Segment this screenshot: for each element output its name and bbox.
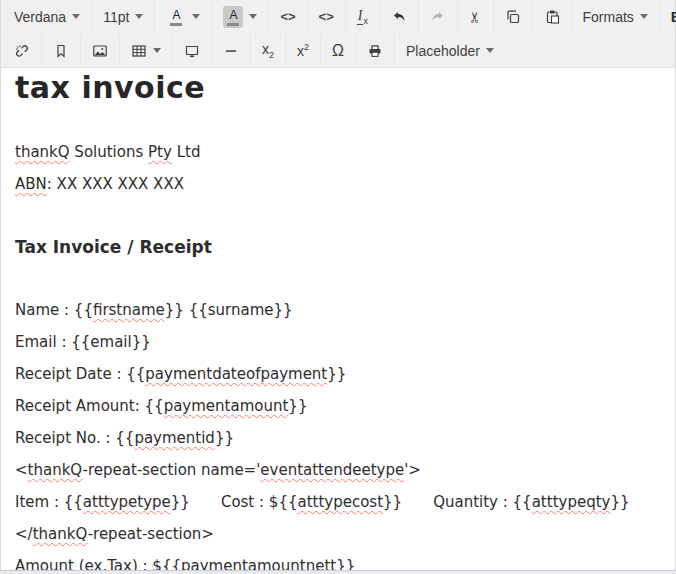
cut-icon: ✂ (466, 10, 484, 23)
chevron-down-icon (640, 14, 648, 19)
text-segment: eventattendeetype (260, 461, 404, 479)
preview-monitor-icon (184, 43, 200, 59)
preview-button[interactable] (172, 34, 211, 67)
background-color-button[interactable]: A (211, 0, 268, 33)
table-icon (131, 43, 147, 59)
print-button[interactable] (355, 34, 394, 67)
clear-formatting-icon: Ix (357, 7, 368, 26)
placeholder-token: paymentdateofpayment (145, 365, 327, 383)
superscript-icon: x2 (297, 42, 309, 59)
text-segment: }} (288, 397, 307, 415)
copy-icon (505, 9, 521, 25)
text-segment: }} (215, 429, 234, 447)
text-segment: Name : {{ (15, 301, 93, 319)
receipt-no-line[interactable]: Receipt No. : {{paymentid}} (15, 429, 661, 447)
repeat-section-close-line[interactable]: </thankQ-repeat-section> (15, 525, 661, 543)
abn-line[interactable]: ABN: XX XXX XXX XXX (15, 175, 661, 193)
insert-image-button[interactable] (80, 34, 119, 67)
undo-button[interactable] (379, 0, 418, 33)
text-segment: Ltd (172, 143, 201, 161)
text-segment: thankQ (28, 461, 83, 479)
placeholder-token: atttypecost (297, 493, 383, 511)
font-size-select[interactable]: 11pt (91, 0, 154, 33)
document-title[interactable]: tax invoice (15, 72, 661, 103)
text-segment: Cost : ${{ (221, 493, 298, 511)
text-segment: Receipt Amount: {{ (15, 397, 164, 415)
code-sample-icon: <> (319, 9, 334, 24)
background-color-swatch (227, 23, 239, 26)
horizontal-rule-button[interactable] (211, 34, 250, 67)
text-segment: }} (327, 365, 346, 383)
redo-button[interactable] (418, 0, 457, 33)
table-button[interactable] (119, 34, 172, 67)
special-character-button[interactable]: Ω (320, 34, 355, 67)
text-segment: ABN (15, 175, 47, 193)
text-segment: }} (171, 493, 190, 511)
subscript-small: 2 (269, 50, 274, 60)
source-code-button[interactable]: <> (268, 0, 306, 33)
rich-text-editor: Verdana 11pt A A (0, 0, 676, 571)
unlink-button[interactable] (3, 34, 41, 67)
item-line[interactable]: Item : {{atttypetype}}Cost : ${{atttypec… (15, 493, 661, 511)
chevron-down-icon (486, 48, 494, 53)
special-character-icon: Ω (332, 42, 344, 60)
text-color-button[interactable]: A (154, 0, 211, 33)
source-code-icon: <> (280, 9, 295, 24)
amount-ex-tax-line[interactable]: Amount (ex.Tax) : ${{paymentamountnett}} (15, 557, 661, 570)
receipt-amount-line[interactable]: Receipt Amount: {{paymentamount}} (15, 397, 661, 415)
text-segment: Solutions (70, 143, 148, 161)
chevron-down-icon (153, 48, 161, 53)
bold-button[interactable]: B (659, 0, 676, 33)
text-segment: }} (336, 557, 355, 570)
text-segment: : XX XXX XXX XXX (47, 175, 184, 193)
text-segment: Receipt No. : {{ (15, 429, 134, 447)
background-color-glyph: A (229, 9, 237, 21)
clear-formatting-sub: x (363, 16, 368, 26)
font-family-label: Verdana (14, 9, 66, 25)
document-subheading[interactable]: Tax Invoice / Receipt (15, 237, 661, 257)
subscript-base: x (262, 41, 269, 57)
superscript-button[interactable]: x2 (285, 34, 320, 67)
placeholder-token: paymentamountnett (181, 557, 336, 570)
text-color-glyph: A (172, 9, 180, 21)
receipt-date-line[interactable]: Receipt Date : {{paymentdateofpayment}} (15, 365, 661, 383)
placeholder-token: paymentamount (164, 397, 289, 415)
placeholder-token: atttypetype (83, 493, 171, 511)
toolbar-row-2: x2 x2 Ω Placeholder (3, 33, 673, 67)
horizontal-rule-icon (223, 43, 239, 59)
bold-icon: B (671, 8, 676, 25)
text-segment: < (15, 461, 28, 479)
text-segment: Email : {{email}} (15, 333, 151, 351)
image-icon (92, 43, 108, 59)
formats-select[interactable]: Formats (571, 0, 659, 33)
chevron-down-icon (72, 14, 80, 19)
code-sample-button[interactable]: <> (307, 0, 345, 33)
placeholder-label: Placeholder (406, 43, 480, 59)
placeholder-select[interactable]: Placeholder (394, 34, 505, 67)
editor-content-area[interactable]: tax invoice thankQ Solutions Pty Ltd ABN… (1, 68, 675, 570)
repeat-section-open-line[interactable]: <thankQ-repeat-section name='eventattend… (15, 461, 661, 479)
placeholder-token: paymentid (134, 429, 215, 447)
clear-formatting-button[interactable]: Ix (345, 0, 379, 33)
text-segment: Item : {{ (15, 493, 83, 511)
company-line[interactable]: thankQ Solutions Pty Ltd (15, 143, 661, 161)
redo-icon (430, 9, 446, 25)
email-line[interactable]: Email : {{email}} (15, 333, 661, 351)
anchor-button[interactable] (41, 34, 80, 67)
placeholder-token: atttypeqty (532, 493, 611, 511)
name-line[interactable]: Name : {{firstname}} {{surname}} (15, 301, 661, 319)
undo-icon (391, 9, 407, 25)
copy-button[interactable] (493, 0, 532, 33)
text-color-swatch (170, 23, 182, 26)
chevron-down-icon (135, 14, 143, 19)
paste-icon (544, 9, 560, 25)
print-icon (367, 43, 383, 59)
font-family-select[interactable]: Verdana (3, 0, 91, 33)
paste-button[interactable] (532, 0, 571, 33)
text-segment: Quantity : {{ (433, 493, 532, 511)
text-segment: Pty (148, 143, 172, 161)
text-segment: }} (383, 493, 402, 511)
cut-button[interactable]: ✂ (457, 0, 493, 33)
font-size-label: 11pt (103, 9, 129, 25)
subscript-button[interactable]: x2 (250, 34, 285, 67)
